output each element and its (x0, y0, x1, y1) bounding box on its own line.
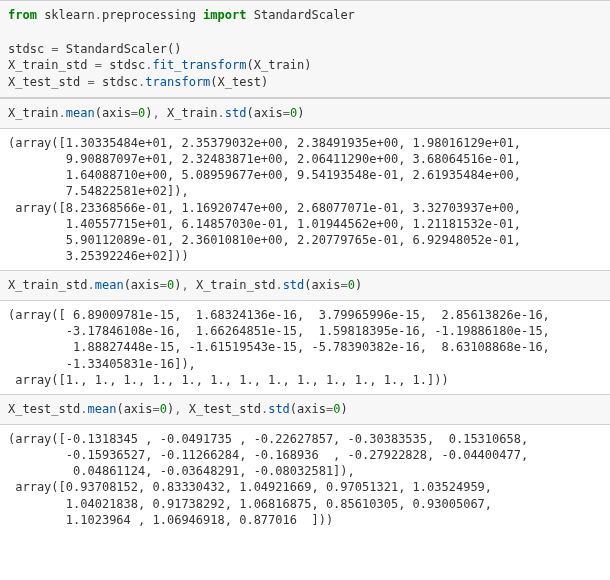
var-xtest-std: X_test_std (8, 75, 80, 89)
obj-stdsc: stdsc (109, 58, 145, 72)
obj-xtrain: X_train (167, 106, 218, 120)
paren-open: ( (116, 402, 123, 416)
dot: . (218, 106, 225, 120)
paren-open: ( (210, 75, 217, 89)
paren-open: ( (95, 106, 102, 120)
op-eq: = (283, 106, 290, 120)
obj-xtrain-std: X_train_std (8, 278, 87, 292)
fn-std: std (268, 402, 290, 416)
kw-axis: axis (297, 402, 326, 416)
sep-comma: , (181, 278, 195, 292)
fn-mean: mean (87, 402, 116, 416)
paren-close: ) (297, 106, 304, 120)
output-cell-2: (array([1.30335484e+01, 2.35379032e+00, … (0, 129, 610, 271)
dot: . (95, 8, 102, 22)
fn-std: std (283, 278, 305, 292)
kw-axis: axis (312, 278, 341, 292)
obj-xtrain: X_train (8, 106, 59, 120)
paren-open: ( (247, 106, 254, 120)
paren-open: ( (304, 278, 311, 292)
num-0: 0 (348, 278, 355, 292)
code-cell-2[interactable]: X_train.mean(axis=0), X_train.std(axis=0… (0, 98, 610, 129)
var-stdsc: stdsc (8, 42, 44, 56)
cls-call: StandardScaler (66, 42, 167, 56)
arg-xtrain: X_train (254, 58, 305, 72)
op-eq: = (160, 278, 167, 292)
var-xtrain-std: X_train_std (8, 58, 87, 72)
dot: . (59, 106, 66, 120)
output-cell-3: (array([ 6.89009781e-15, 1.68324136e-16,… (0, 301, 610, 394)
paren-close: ) (261, 75, 268, 89)
dot: . (87, 278, 94, 292)
fn-mean: mean (66, 106, 95, 120)
obj-xtest-std: X_test_std (189, 402, 261, 416)
fn-mean: mean (95, 278, 124, 292)
dot: . (275, 278, 282, 292)
op-eq: = (87, 75, 94, 89)
num-0: 0 (160, 402, 167, 416)
obj-stdsc: stdsc (102, 75, 138, 89)
dot: . (145, 58, 152, 72)
kw-axis: axis (131, 278, 160, 292)
fn-transform: transform (145, 75, 210, 89)
fn-fit-transform: fit_transform (153, 58, 247, 72)
op-eq: = (131, 106, 138, 120)
paren-close: ) (355, 278, 362, 292)
code-cell-1[interactable]: from sklearn.preprocessing import Standa… (0, 0, 610, 98)
obj-xtrain-std: X_train_std (196, 278, 275, 292)
arg-xtest: X_test (218, 75, 261, 89)
op-eq: = (95, 58, 102, 72)
module-sklearn: sklearn (44, 8, 95, 22)
paren-close: ) (304, 58, 311, 72)
sep-comma: , (174, 402, 188, 416)
cls-standardscaler: StandardScaler (254, 8, 355, 22)
paren-open: ( (246, 58, 253, 72)
paren-close: ) (145, 106, 152, 120)
op-eq: = (153, 402, 160, 416)
op-eq: = (340, 278, 347, 292)
code-cell-3[interactable]: X_train_std.mean(axis=0), X_train_std.st… (0, 270, 610, 301)
obj-xtest-std: X_test_std (8, 402, 80, 416)
sep-comma: , (153, 106, 167, 120)
code-cell-4[interactable]: X_test_std.mean(axis=0), X_test_std.std(… (0, 394, 610, 425)
op-eq: = (51, 42, 58, 56)
kw-axis: axis (124, 402, 153, 416)
module-preprocessing: preprocessing (102, 8, 196, 22)
paren-open: ( (124, 278, 131, 292)
parens: () (167, 42, 181, 56)
paren-close: ) (340, 402, 347, 416)
paren-open: ( (290, 402, 297, 416)
fn-std: std (225, 106, 247, 120)
kw-import: import (203, 8, 246, 22)
kw-from: from (8, 8, 37, 22)
kw-axis: axis (102, 106, 131, 120)
output-cell-4: (array([-0.1318345 , -0.0491735 , -0.226… (0, 425, 610, 534)
kw-axis: axis (254, 106, 283, 120)
